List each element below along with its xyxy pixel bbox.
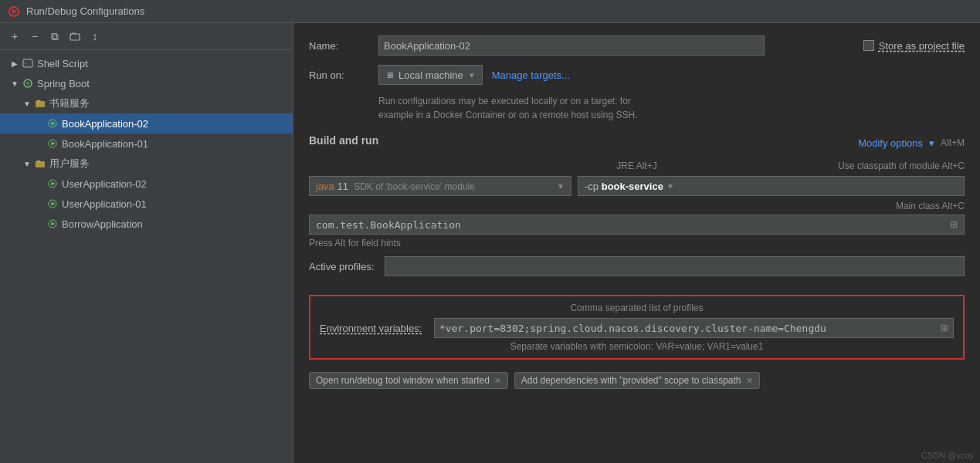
app-icon bbox=[8, 5, 20, 18]
borrow-app-run-icon bbox=[46, 218, 59, 230]
name-row: Name: Store as project file bbox=[309, 35, 965, 56]
main-class-input-row: com.test.BookApplication ⊞ bbox=[309, 215, 965, 235]
sdk-text: java 11 SDK of 'book-service' module bbox=[316, 181, 554, 192]
main-class-input[interactable]: com.test.BookApplication ⊞ bbox=[309, 215, 965, 235]
active-profiles-label: Active profiles: bbox=[309, 261, 378, 272]
active-profiles-input[interactable] bbox=[385, 256, 965, 276]
env-vars-edit-icon[interactable]: ⊞ bbox=[941, 323, 948, 333]
build-run-title: Build and run bbox=[309, 134, 378, 147]
classpath-dropdown[interactable]: -cp book-service ▼ bbox=[578, 176, 965, 196]
expand-book-folder-icon[interactable]: ▼ bbox=[22, 98, 32, 109]
borrow-app-label: BorrowApplication bbox=[62, 218, 143, 230]
main-class-expand-icon[interactable]: ⊞ bbox=[950, 219, 958, 230]
content-area: Name: Store as project file Run on: 🖥 Lo… bbox=[293, 23, 980, 463]
sidebar-item-book-app-01[interactable]: BookApplication-01 bbox=[0, 133, 293, 154]
tag-run-debug-label: Open run/debug tool window when started bbox=[316, 375, 490, 386]
sidebar: + − ⧉ ↕ ▶ >_ S bbox=[0, 23, 293, 463]
press-alt-hint: Press Alt for field hints bbox=[309, 238, 965, 248]
watermark: CSDN @vcoy bbox=[921, 451, 974, 460]
env-vars-row: Environment variables: *ver.port=8302;sp… bbox=[320, 318, 954, 338]
run-on-row: Run on: 🖥 Local machine ▼ Manage targets… bbox=[309, 65, 965, 85]
name-label: Name: bbox=[309, 40, 378, 52]
shell-script-icon: >_ bbox=[22, 57, 34, 69]
move-to-folder-button[interactable] bbox=[66, 28, 83, 45]
run-hint: Run configurations may be executed local… bbox=[378, 94, 965, 122]
manage-targets-link[interactable]: Manage targets... bbox=[492, 69, 570, 81]
active-profiles-row: Active profiles: bbox=[309, 256, 965, 276]
svg-rect-2 bbox=[70, 34, 80, 40]
modify-options-link[interactable]: Modify options bbox=[858, 137, 923, 149]
book-app-02-label: BookApplication-02 bbox=[62, 118, 148, 130]
sidebar-item-borrow-app[interactable]: BorrowApplication bbox=[0, 214, 293, 234]
book-app-01-label: BookApplication-01 bbox=[62, 138, 148, 150]
expand-spring-boot-icon[interactable]: ▼ bbox=[9, 78, 20, 89]
sidebar-item-spring-boot[interactable]: ▼ Spring Boot bbox=[0, 73, 293, 93]
user-app-02-label: UserApplication-02 bbox=[62, 178, 147, 190]
copy-config-button[interactable]: ⧉ bbox=[46, 28, 63, 45]
spring-boot-label: Spring Boot bbox=[37, 78, 90, 90]
sdk-dropdown[interactable]: java 11 SDK of 'book-service' module ▼ bbox=[309, 176, 571, 196]
sidebar-item-book-service-folder[interactable]: ▼ 书籍服务 bbox=[0, 93, 293, 113]
svg-marker-15 bbox=[52, 202, 56, 206]
book-service-folder-label: 书籍服务 bbox=[49, 96, 90, 110]
main-class-hint: Main class Alt+C bbox=[640, 201, 965, 211]
comma-hint: Comma separated list of profiles bbox=[320, 302, 954, 313]
run-on-value: Local machine bbox=[398, 69, 463, 81]
svg-marker-8 bbox=[52, 122, 56, 126]
window-title: Run/Debug Configurations bbox=[26, 5, 144, 17]
modify-options-shortcut: Alt+M bbox=[941, 137, 965, 148]
sidebar-item-user-service-folder[interactable]: ▼ 用户服务 bbox=[0, 154, 293, 174]
main-class-text: com.test.BookApplication bbox=[316, 219, 947, 231]
spring-boot-icon bbox=[22, 77, 34, 90]
sidebar-item-book-app-02[interactable]: BookApplication-02 bbox=[0, 113, 293, 133]
red-section: Comma separated list of profiles Environ… bbox=[309, 295, 965, 360]
svg-marker-13 bbox=[52, 182, 56, 186]
expand-shell-script-icon[interactable]: ▶ bbox=[9, 58, 20, 69]
env-vars-input[interactable]: *ver.port=8302;spring.cloud.nacos.discov… bbox=[434, 318, 954, 338]
tag-run-debug: Open run/debug tool window when started … bbox=[309, 372, 508, 389]
run-on-dropdown[interactable]: 🖥 Local machine ▼ bbox=[378, 65, 483, 85]
add-config-button[interactable]: + bbox=[6, 28, 23, 45]
classpath-text: -cp book-service bbox=[585, 181, 663, 192]
title-bar: Run/Debug Configurations bbox=[0, 0, 980, 23]
user-app-01-run-icon bbox=[46, 198, 59, 210]
name-input[interactable] bbox=[378, 35, 765, 56]
tag-dependencies-label: Add dependencies with "provided" scope t… bbox=[521, 375, 741, 386]
run-on-dropdown-arrow: ▼ bbox=[468, 71, 476, 79]
sidebar-item-shell-script[interactable]: ▶ >_ Shell Script bbox=[0, 53, 293, 73]
env-vars-label: Environment variables: bbox=[320, 323, 428, 334]
sidebar-toolbar: + − ⧉ ↕ bbox=[0, 23, 293, 50]
svg-marker-17 bbox=[52, 222, 56, 226]
shell-script-label: Shell Script bbox=[37, 58, 88, 69]
main-class-row: Main class Alt+C bbox=[309, 201, 965, 211]
svg-marker-1 bbox=[12, 9, 17, 14]
sort-button[interactable]: ↕ bbox=[86, 28, 103, 45]
build-run-header: Build and run Modify options ▾ Alt+M bbox=[309, 131, 965, 154]
sidebar-item-user-app-01[interactable]: UserApplication-01 bbox=[0, 194, 293, 214]
user-folder-icon bbox=[34, 157, 46, 170]
book-app-02-run-icon bbox=[46, 117, 59, 130]
sidebar-tree: ▶ >_ Shell Script ▼ bbox=[0, 50, 293, 237]
store-project-checkbox[interactable] bbox=[863, 40, 874, 51]
sdk-dropdown-arrow: ▼ bbox=[557, 182, 565, 191]
header-right: Modify options ▾ Alt+M bbox=[858, 137, 965, 149]
machine-icon: 🖥 bbox=[385, 70, 394, 79]
remove-config-button[interactable]: − bbox=[26, 28, 43, 45]
tag-dependencies: Add dependencies with "provided" scope t… bbox=[514, 372, 760, 389]
book-app-01-run-icon bbox=[46, 137, 59, 150]
run-on-label: Run on: bbox=[309, 69, 378, 81]
form-area: Name: Store as project file Run on: 🖥 Lo… bbox=[293, 23, 980, 289]
jre-hint: JRE Alt+J bbox=[530, 161, 744, 171]
svg-marker-10 bbox=[52, 142, 56, 146]
modify-options-chevron: ▾ bbox=[929, 137, 934, 149]
user-app-02-run-icon bbox=[46, 177, 59, 190]
tag-dependencies-close[interactable]: ✕ bbox=[746, 376, 753, 386]
env-vars-text: *ver.port=8302;spring.cloud.nacos.discov… bbox=[439, 323, 938, 334]
svg-text:>_: >_ bbox=[24, 61, 29, 66]
sidebar-item-user-app-02[interactable]: UserApplication-02 bbox=[0, 174, 293, 194]
user-app-01-label: UserApplication-01 bbox=[62, 198, 147, 210]
expand-user-folder-icon[interactable]: ▼ bbox=[22, 158, 32, 169]
tag-run-debug-close[interactable]: ✕ bbox=[494, 376, 501, 386]
sdk-classpath-row: java 11 SDK of 'book-service' module ▼ -… bbox=[309, 176, 965, 196]
book-folder-icon bbox=[34, 97, 46, 110]
